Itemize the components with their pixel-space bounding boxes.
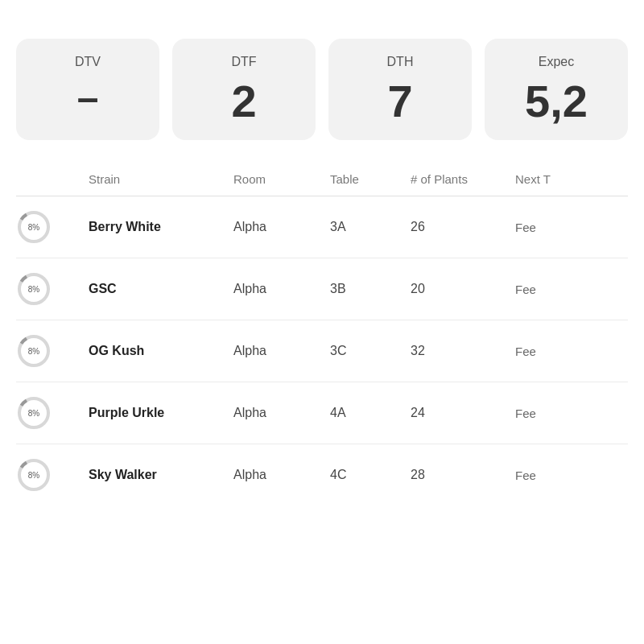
table-cell: 3A: [330, 220, 411, 234]
table-row[interactable]: 8% GSC Alpha 3B 20 Fee: [16, 258, 628, 320]
next-task-cell: Fee: [515, 221, 628, 234]
pie-label: 8%: [28, 223, 39, 232]
pie-cell: 8%: [16, 271, 89, 307]
table-cell: 4A: [330, 406, 411, 420]
table-cell: 3B: [330, 282, 411, 296]
col-header-3: Table: [330, 172, 411, 186]
stat-value: 2: [231, 79, 256, 124]
table-body: 8% Berry White Alpha 3A 26 Fee 8% GSC Al…: [16, 196, 628, 506]
next-task-cell: Fee: [515, 469, 628, 482]
col-header-2: Room: [233, 172, 330, 186]
stat-card-expec: Expec 5,2: [485, 39, 628, 140]
next-task-cell: Fee: [515, 407, 628, 420]
table-container: StrainRoomTable# of PlantsNext T 8% Berr…: [16, 166, 628, 506]
stat-value: –: [77, 79, 99, 118]
pie-label: 8%: [28, 409, 39, 418]
table-header: StrainRoomTable# of PlantsNext T: [16, 166, 628, 196]
table-row[interactable]: 8% OG Kush Alpha 3C 32 Fee: [16, 320, 628, 382]
strain-name: Sky Walker: [89, 468, 233, 482]
col-header-4: # of Plants: [411, 172, 515, 186]
pie-chart: 8%: [16, 457, 52, 493]
strain-name: OG Kush: [89, 344, 233, 358]
pie-label: 8%: [28, 347, 39, 356]
pie-cell: 8%: [16, 209, 89, 245]
plants-cell: 26: [411, 220, 515, 234]
table-row[interactable]: 8% Berry White Alpha 3A 26 Fee: [16, 196, 628, 258]
pie-cell: 8%: [16, 457, 89, 493]
stat-card-dtf: DTF 2: [172, 39, 316, 140]
room-cell: Alpha: [233, 344, 330, 358]
stat-value: 5,2: [525, 79, 588, 124]
stat-label: DTV: [75, 55, 101, 69]
table-cell: 4C: [330, 468, 411, 482]
room-cell: Alpha: [233, 220, 330, 234]
pie-chart: 8%: [16, 333, 52, 369]
strain-name: Berry White: [89, 220, 233, 234]
pie-chart: 8%: [16, 271, 52, 307]
next-task-cell: Fee: [515, 345, 628, 358]
stat-card-dtv: DTV –: [16, 39, 159, 140]
room-cell: Alpha: [233, 406, 330, 420]
stat-label: DTH: [387, 55, 414, 69]
col-header-1: Strain: [89, 172, 233, 186]
stat-card-dth: DTH 7: [328, 39, 472, 140]
room-cell: Alpha: [233, 282, 330, 296]
plants-cell: 32: [411, 344, 515, 358]
pie-label: 8%: [28, 285, 39, 294]
strain-name: GSC: [89, 282, 233, 296]
stat-label: DTF: [231, 55, 256, 69]
plants-cell: 28: [411, 468, 515, 482]
col-header-0: [16, 172, 89, 186]
pie-chart: 8%: [16, 395, 52, 431]
pie-cell: 8%: [16, 395, 89, 431]
plants-cell: 20: [411, 282, 515, 296]
room-cell: Alpha: [233, 468, 330, 482]
col-header-5: Next T: [515, 172, 628, 186]
table-row[interactable]: 8% Sky Walker Alpha 4C 28 Fee: [16, 444, 628, 506]
plants-cell: 24: [411, 406, 515, 420]
stat-value: 7: [387, 79, 412, 124]
table-row[interactable]: 8% Purple Urkle Alpha 4A 24 Fee: [16, 382, 628, 444]
stat-label: Expec: [539, 55, 574, 69]
pie-cell: 8%: [16, 333, 89, 369]
pie-label: 8%: [28, 471, 39, 480]
next-task-cell: Fee: [515, 283, 628, 296]
strain-name: Purple Urkle: [89, 406, 233, 420]
table-cell: 3C: [330, 344, 411, 358]
pie-chart: 8%: [16, 209, 52, 245]
stats-row: DTV – DTF 2 DTH 7 Expec 5,2: [16, 39, 628, 140]
